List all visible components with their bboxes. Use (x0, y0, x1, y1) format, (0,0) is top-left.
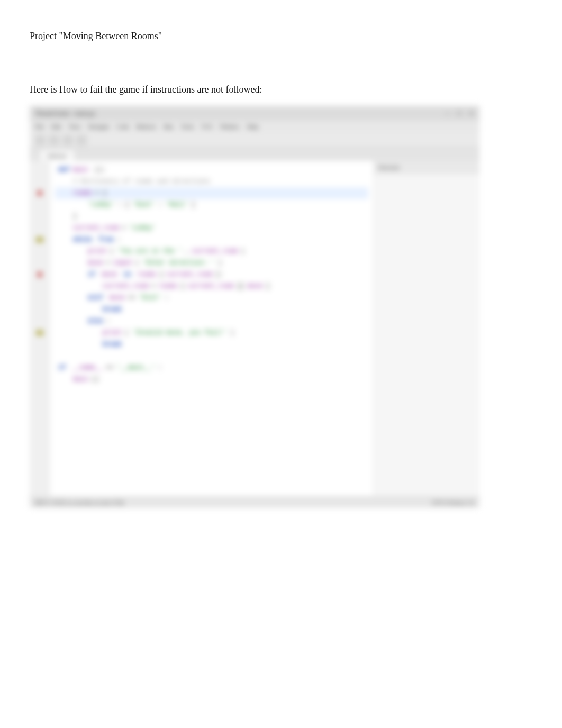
code-line[interactable]: current_room = rooms[current_room][move] (55, 280, 368, 292)
gutter-line[interactable] (30, 222, 49, 234)
menu-file[interactable]: File (35, 123, 44, 130)
tab-main-py[interactable]: main.py (40, 150, 74, 161)
breakpoint-icon[interactable] (37, 272, 42, 277)
ide-screenshot: TheaterGame - main.py ─ ☐ ✕ File Edit Vi… (30, 106, 479, 508)
gutter-line[interactable] (30, 257, 49, 269)
ide-window: TheaterGame - main.py ─ ☐ ✕ File Edit Vi… (30, 106, 479, 508)
document-subtitle: Here is How to fail the game if instruct… (30, 84, 532, 95)
gutter-line[interactable] (30, 280, 49, 292)
code-line[interactable] (55, 350, 368, 362)
menu-window[interactable]: Window (220, 123, 240, 130)
editor-gutter (30, 161, 50, 496)
menu-run[interactable]: Run (164, 123, 173, 130)
close-icon[interactable]: ✕ (468, 110, 474, 116)
ide-toolbar (30, 132, 479, 148)
code-line[interactable]: def main(): (55, 164, 368, 176)
code-line[interactable]: main() (55, 374, 368, 385)
minimize-icon[interactable]: ─ (445, 110, 451, 116)
gutter-line[interactable] (30, 199, 49, 211)
right-panel-header[interactable]: Structure (374, 161, 479, 175)
gutter-line[interactable] (30, 187, 49, 199)
gutter-line[interactable] (30, 211, 49, 222)
breakpoint-icon[interactable] (37, 190, 42, 196)
gutter-line[interactable] (30, 350, 49, 362)
ide-statusbar: PEP 8: W292 no newline at end of file UT… (30, 496, 479, 508)
gutter-line[interactable] (30, 315, 49, 327)
gutter-line[interactable] (30, 339, 49, 350)
menu-code[interactable]: Code (116, 123, 129, 130)
code-line[interactable]: # Dictionary of rooms and directions (55, 176, 368, 187)
code-line[interactable]: 'Lobby': {'East': 'Hall'} (55, 199, 368, 211)
menu-vcs[interactable]: VCS (201, 123, 212, 130)
toolbar-search-button[interactable] (76, 135, 87, 145)
code-line[interactable]: } (55, 211, 368, 222)
warning-icon[interactable] (36, 330, 43, 335)
window-title-text: TheaterGame - main.py (35, 110, 95, 117)
ide-titlebar: TheaterGame - main.py ─ ☐ ✕ (30, 106, 479, 121)
window-controls: ─ ☐ ✕ (445, 110, 474, 116)
status-left-text: PEP 8: W292 no newline at end of file (35, 499, 124, 506)
gutter-line[interactable] (30, 164, 49, 176)
menu-edit[interactable]: Edit (51, 123, 61, 130)
gutter-line[interactable] (30, 245, 49, 257)
menu-refactor[interactable]: Refactor (137, 123, 157, 130)
code-line[interactable]: elif move == 'Exit': (55, 292, 368, 304)
code-line[interactable]: while True: (55, 234, 368, 245)
editor-tabs: main.py (30, 148, 479, 161)
code-line[interactable]: else: (55, 315, 368, 327)
gutter-line[interactable] (30, 304, 49, 315)
code-line[interactable]: current_room = 'Lobby' (55, 222, 368, 234)
warning-icon[interactable] (36, 237, 43, 242)
gutter-line[interactable] (30, 176, 49, 187)
code-line[interactable]: if __name__ == '__main__': (55, 362, 368, 374)
gutter-line[interactable] (30, 362, 49, 374)
toolbar-stop-button[interactable] (62, 135, 73, 145)
status-right-text: UTF-8 Python 3.9 (432, 499, 474, 506)
gutter-line[interactable] (30, 269, 49, 280)
menu-navigate[interactable]: Navigate (88, 123, 110, 130)
gutter-line[interactable] (30, 234, 49, 245)
toolbar-run-button[interactable] (35, 135, 46, 145)
code-line[interactable]: break (55, 339, 368, 350)
document-title: Project "Moving Between Rooms" (30, 31, 532, 42)
menu-tools[interactable]: Tools (181, 123, 194, 130)
menu-help[interactable]: Help (247, 123, 258, 130)
code-editor[interactable]: def main():# Dictionary of rooms and dir… (50, 161, 374, 496)
code-line[interactable]: break (55, 304, 368, 315)
menu-view[interactable]: View (68, 123, 80, 130)
ide-body: def main():# Dictionary of rooms and dir… (30, 161, 479, 496)
maximize-icon[interactable]: ☐ (456, 110, 463, 116)
code-line[interactable]: if move in rooms[current_room]: (55, 269, 368, 280)
code-line[interactable]: print('Invalid move, you fail!') (55, 327, 368, 339)
right-tool-panel: Structure (374, 161, 479, 496)
code-line[interactable]: print('You are in the ', current_room) (55, 245, 368, 257)
ide-menubar: File Edit View Navigate Code Refactor Ru… (30, 121, 479, 132)
gutter-line[interactable] (30, 374, 49, 385)
gutter-line[interactable] (30, 327, 49, 339)
gutter-line[interactable] (30, 292, 49, 304)
toolbar-debug-button[interactable] (49, 135, 59, 145)
code-line[interactable]: rooms = { (55, 187, 368, 199)
code-line[interactable]: move = input('Enter direction: ') (55, 257, 368, 269)
